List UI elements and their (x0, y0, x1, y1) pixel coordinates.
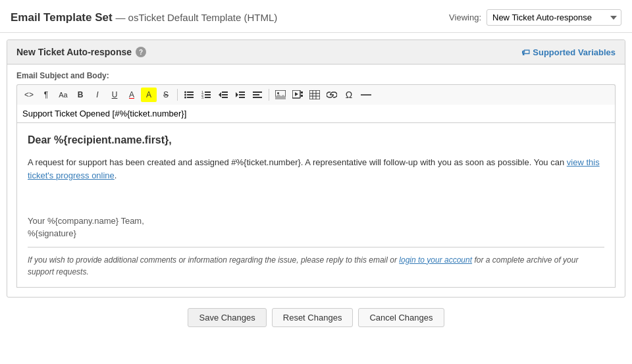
svg-marker-26 (295, 92, 298, 96)
subtitle-text: — osTicket Default Template (HTML) (115, 12, 277, 23)
viewing-label: Viewing: (449, 13, 481, 22)
media-btn[interactable] (290, 88, 305, 102)
svg-rect-21 (253, 94, 259, 95)
outdent-btn[interactable] (215, 88, 231, 102)
svg-point-2 (184, 94, 186, 96)
svg-text:3.: 3. (201, 95, 204, 99)
font-color-btn[interactable]: A (124, 88, 140, 102)
body-text: A request for support has been created a… (28, 157, 564, 167)
bold-btn[interactable]: B (72, 88, 88, 102)
italic-btn[interactable]: I (90, 88, 105, 102)
svg-rect-18 (239, 94, 245, 95)
svg-rect-28 (301, 95, 303, 97)
svg-point-4 (184, 97, 186, 99)
svg-rect-27 (301, 91, 303, 93)
svg-rect-15 (222, 97, 228, 98)
svg-rect-20 (253, 91, 262, 93)
svg-marker-16 (236, 92, 238, 97)
signature-line1: Your %{company.name} Team, (28, 215, 604, 228)
cancel-button[interactable]: Cancel Changes (358, 308, 444, 327)
subject-input[interactable] (16, 105, 616, 123)
link-btn[interactable] (324, 88, 340, 102)
svg-rect-3 (187, 94, 194, 95)
separator-2 (269, 89, 269, 101)
svg-marker-12 (219, 92, 221, 97)
svg-rect-11 (205, 97, 211, 98)
highlight-btn[interactable]: A (141, 88, 157, 102)
editor-toolbar: <> ¶ Aa B I U A A S 1.2.3. (16, 84, 616, 105)
svg-rect-13 (222, 91, 228, 93)
page-title: Email Template Set — osTicket Default Te… (11, 11, 277, 24)
svg-rect-22 (253, 97, 262, 98)
svg-rect-9 (205, 94, 211, 95)
svg-rect-5 (187, 97, 194, 98)
email-form: Email Subject and Body: <> ¶ Aa B I U A … (7, 65, 625, 297)
svg-rect-7 (205, 91, 211, 93)
underline-btn[interactable]: U (107, 88, 122, 102)
svg-rect-1 (187, 91, 194, 93)
svg-rect-17 (239, 91, 245, 93)
section-panel: New Ticket Auto-response ? 🏷 Supported V… (7, 39, 625, 298)
viewing-section: Viewing: New Ticket Auto-response New Ti… (449, 9, 621, 26)
supported-variables-link[interactable]: 🏷 Supported Variables (521, 47, 616, 57)
indent-btn[interactable] (232, 88, 248, 102)
section-title-text: New Ticket Auto-response (16, 47, 132, 57)
title-text: Email Template Set (11, 11, 113, 24)
save-button[interactable]: Save Changes (188, 308, 266, 327)
unordered-list-btn[interactable] (181, 88, 197, 102)
paragraph-btn[interactable]: ¶ (38, 88, 54, 102)
reset-button[interactable]: Reset Changes (272, 308, 354, 327)
image-btn[interactable] (273, 88, 288, 102)
svg-rect-29 (309, 90, 320, 99)
form-actions: Save Changes Reset Changes Cancel Change… (0, 298, 632, 338)
strikethrough-btn[interactable]: S (158, 88, 174, 102)
ordered-list-btn[interactable]: 1.2.3. (198, 88, 214, 102)
salutation-text: Dear %{recipient.name.first}, (28, 132, 604, 148)
editor-body[interactable]: Dear %{recipient.name.first}, A request … (16, 123, 616, 288)
svg-point-24 (277, 92, 279, 94)
tag-icon: 🏷 (521, 47, 530, 57)
hr-btn[interactable]: — (358, 88, 374, 102)
table-btn[interactable] (307, 88, 323, 102)
spacer (28, 188, 604, 201)
section-title: New Ticket Auto-response ? (16, 47, 146, 57)
special-btn[interactable]: Ω (341, 88, 357, 102)
footer-text: If you wish to provide additional commen… (28, 254, 604, 278)
login-link[interactable]: login to your account (399, 255, 472, 265)
section-header: New Ticket Auto-response ? 🏷 Supported V… (7, 40, 625, 65)
svg-rect-14 (222, 94, 228, 95)
align-btn[interactable] (250, 88, 265, 102)
signature-line2: %{signature} (28, 227, 604, 240)
page-header: Email Template Set — osTicket Default Te… (0, 0, 632, 33)
svg-rect-19 (239, 97, 245, 98)
help-icon[interactable]: ? (136, 47, 146, 57)
body-paragraph: A request for support has been created a… (28, 156, 604, 182)
viewing-select[interactable]: New Ticket Auto-response New Ticket Noti… (487, 9, 621, 26)
source-btn[interactable]: <> (21, 88, 37, 102)
separator-1 (177, 89, 178, 101)
divider (28, 247, 604, 247)
font-btn[interactable]: Aa (55, 88, 71, 102)
body-suffix: . (115, 170, 117, 180)
svg-point-0 (184, 91, 186, 93)
signature-block: Your %{company.name} Team, %{signature} (28, 215, 604, 240)
supported-variables-label: Supported Variables (533, 47, 616, 57)
field-label: Email Subject and Body: (16, 71, 616, 80)
footer-text-content: If you wish to provide additional commen… (28, 255, 397, 265)
